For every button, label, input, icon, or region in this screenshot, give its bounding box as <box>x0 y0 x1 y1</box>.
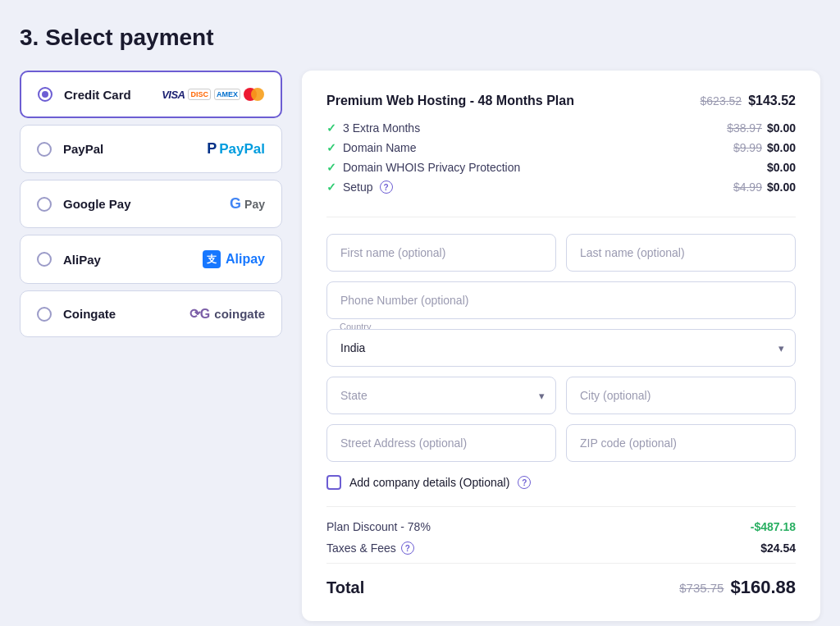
plan-price: $623.52 $143.52 <box>701 94 796 108</box>
feature-item-2: ✓ Domain WHOIS Privacy Protection $0.00 <box>326 161 796 174</box>
country-select-wrapper: India United States United Kingdom ▾ <box>326 329 796 367</box>
feature-label-0: 3 Extra Months <box>343 121 420 135</box>
street-field <box>326 424 556 462</box>
discount-amount: -$487.18 <box>751 520 796 533</box>
feature-price-new-2: $0.00 <box>767 161 796 174</box>
feature-label-1: Domain Name <box>343 141 416 154</box>
feature-label-2: Domain WHOIS Privacy Protection <box>343 161 520 174</box>
last-name-field <box>566 234 796 272</box>
radio-google-pay <box>37 197 52 212</box>
plan-name: Premium Web Hosting - 48 Months Plan <box>326 94 574 108</box>
taxes-label: Taxes & Fees <box>326 541 396 555</box>
total-price-old: $735.75 <box>679 581 724 595</box>
feature-label-3: Setup <box>343 180 373 194</box>
phone-field <box>326 281 796 319</box>
credit-card-label: Credit Card <box>64 88 150 102</box>
discount-row: Plan Discount - 78% -$487.18 <box>326 520 796 533</box>
amex-icon: AMEX <box>214 89 240 100</box>
name-row <box>326 234 796 272</box>
feature-list: ✓ 3 Extra Months $38.97 $0.00 ✓ Domain N… <box>326 121 796 217</box>
payment-methods-panel: Credit Card VISA DISC AMEX PayPal PPayPa… <box>20 71 282 337</box>
phone-row <box>326 281 796 319</box>
coingate-icon: ⟳G coingate <box>189 306 265 322</box>
pricing-summary: Plan Discount - 78% -$487.18 Taxes & Fee… <box>326 506 796 555</box>
company-row: Add company details (Optional) ? <box>326 475 796 490</box>
country-select[interactable]: India United States United Kingdom <box>326 329 796 367</box>
plan-price-old: $623.52 <box>701 94 742 107</box>
last-name-input[interactable] <box>566 234 796 272</box>
country-wrapper: Country India United States United Kingd… <box>326 329 796 367</box>
first-name-input[interactable] <box>326 234 556 272</box>
paypal-icon: PPayPal <box>207 140 265 158</box>
taxes-row: Taxes & Fees ? $24.54 <box>326 541 796 555</box>
plan-price-new: $143.52 <box>748 94 796 108</box>
feature-price-new-3: $0.00 <box>767 180 796 194</box>
discount-label: Plan Discount - 78% <box>326 520 431 533</box>
payment-option-paypal[interactable]: PayPal PPayPal <box>20 125 282 173</box>
state-select[interactable]: State <box>326 377 556 414</box>
company-label: Add company details (Optional) <box>349 476 509 489</box>
company-help-icon[interactable]: ? <box>518 476 531 489</box>
street-input[interactable] <box>326 424 556 462</box>
check-icon-3: ✓ <box>326 180 336 194</box>
paypal-label: PayPal <box>63 142 195 156</box>
alipay-label: AliPay <box>63 253 191 267</box>
taxes-help-icon[interactable]: ? <box>401 541 414 555</box>
feature-price-old-3: $4.99 <box>733 180 762 194</box>
taxes-amount: $24.54 <box>760 541 796 555</box>
check-icon-1: ✓ <box>326 141 336 154</box>
setup-help-icon[interactable]: ? <box>380 180 393 194</box>
total-prices: $735.75 $160.88 <box>679 577 796 598</box>
payment-option-credit-card[interactable]: Credit Card VISA DISC AMEX <box>20 71 282 118</box>
feature-price-old-0: $38.97 <box>727 121 762 135</box>
total-price-new: $160.88 <box>730 577 796 598</box>
feature-price-old-1: $9.99 <box>733 141 762 154</box>
city-input[interactable] <box>566 377 796 414</box>
payment-option-coingate[interactable]: Coingate ⟳G coingate <box>20 290 282 337</box>
state-select-wrapper: State ▾ <box>326 377 556 414</box>
summary-panel: Premium Web Hosting - 48 Months Plan $62… <box>302 71 820 621</box>
radio-credit-card <box>38 87 52 102</box>
billing-form: Country India United States United Kingd… <box>326 234 796 462</box>
total-row: Total $735.75 $160.88 <box>326 563 796 598</box>
page-title: 3. Select payment <box>20 25 820 51</box>
address-row <box>326 424 796 462</box>
company-checkbox[interactable] <box>326 475 341 490</box>
credit-card-logos: VISA DISC AMEX <box>162 88 264 101</box>
zip-input[interactable] <box>566 424 796 462</box>
payment-option-alipay[interactable]: AliPay 支 Alipay <box>20 235 282 284</box>
phone-input[interactable] <box>326 281 796 319</box>
visa-icon: VISA <box>162 89 185 101</box>
city-field <box>566 377 796 414</box>
state-city-row: State ▾ <box>326 377 796 414</box>
first-name-field <box>326 234 556 272</box>
check-icon-0: ✓ <box>326 121 336 135</box>
feature-item-3: ✓ Setup ? $4.99 $0.00 <box>326 180 796 194</box>
google-pay-icon: GPay <box>230 195 265 212</box>
alipay-icon: 支 Alipay <box>203 250 265 268</box>
plan-header: Premium Web Hosting - 48 Months Plan $62… <box>326 94 796 108</box>
feature-price-new-0: $0.00 <box>767 121 796 135</box>
radio-alipay <box>37 252 52 267</box>
feature-price-new-1: $0.00 <box>767 141 796 154</box>
check-icon-2: ✓ <box>326 161 336 174</box>
feature-item-1: ✓ Domain Name $9.99 $0.00 <box>326 141 796 154</box>
taxes-label-wrapper: Taxes & Fees ? <box>326 541 414 555</box>
google-pay-label: Google Pay <box>63 197 218 211</box>
mastercard-icon <box>244 88 264 101</box>
payment-option-google-pay[interactable]: Google Pay GPay <box>20 180 282 228</box>
radio-coingate <box>37 307 52 322</box>
discover-icon: DISC <box>188 89 211 100</box>
zip-field <box>566 424 796 462</box>
coingate-label: Coingate <box>63 307 178 321</box>
total-label: Total <box>326 578 364 597</box>
feature-item-0: ✓ 3 Extra Months $38.97 $0.00 <box>326 121 796 135</box>
radio-paypal <box>37 142 52 157</box>
